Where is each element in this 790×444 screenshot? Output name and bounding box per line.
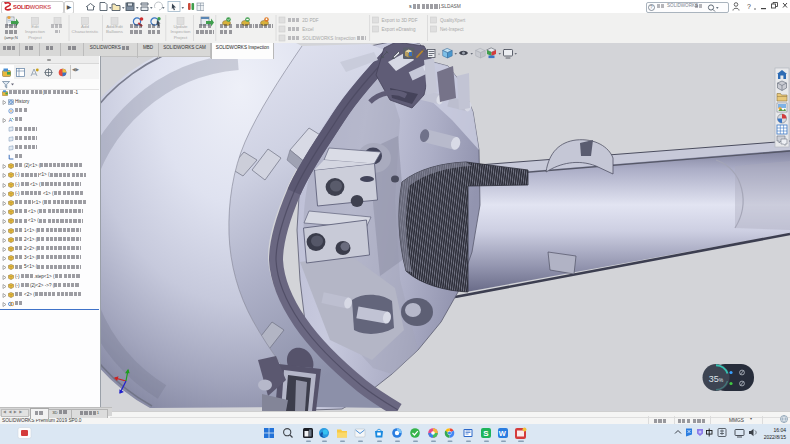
svg-text:2022/8/15: 2022/8/15 — [764, 434, 786, 440]
svg-text:16:04: 16:04 — [773, 427, 786, 433]
svg-text:S: S — [483, 429, 489, 438]
svg-text:?: ? — [650, 5, 653, 10]
svg-text:A: A — [9, 117, 13, 123]
svg-text:?: ? — [747, 3, 751, 10]
svg-text:W: W — [499, 429, 507, 438]
